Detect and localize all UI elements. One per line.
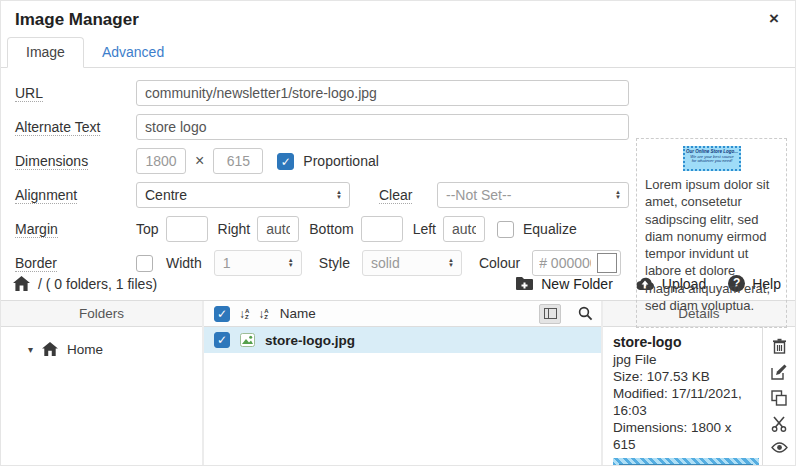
- url-label: URL: [15, 85, 43, 102]
- select-all-checkbox[interactable]: ✓: [214, 306, 230, 322]
- select-arrows-icon: ▲▼: [336, 190, 342, 200]
- details-title: store-logo: [613, 334, 756, 351]
- margin-top-input[interactable]: [166, 216, 208, 242]
- home-icon: [42, 342, 58, 356]
- border-style-label: Style: [319, 255, 350, 271]
- margin-label: Margin: [15, 221, 58, 238]
- select-arrows-icon: ▲▼: [288, 258, 294, 268]
- file-list: ✓ store-logo.jpg: [204, 327, 601, 353]
- dialog-header: Image Manager ×: [1, 1, 795, 35]
- file-row[interactable]: ✓ store-logo.jpg: [204, 327, 601, 353]
- colour-swatch[interactable]: [597, 253, 617, 273]
- alignment-row: Alignment Centre ▲▼ Clear --Not Set-- ▲▼: [15, 182, 629, 208]
- proportional-checkbox[interactable]: ✓: [277, 153, 294, 170]
- border-width-select[interactable]: 1 ▲▼: [214, 250, 302, 276]
- alignment-label: Alignment: [15, 187, 77, 204]
- toggle-details-pane-icon[interactable]: [539, 304, 561, 324]
- select-arrows-icon: ▲▼: [448, 258, 454, 268]
- border-width-label: Width: [166, 255, 202, 271]
- files-column: ✓ ↓ AZ ↓ AZ Name ✓: [204, 301, 603, 466]
- caret-down-icon[interactable]: ▾: [28, 344, 33, 355]
- height-input[interactable]: [213, 148, 263, 174]
- tab-image[interactable]: Image: [7, 37, 84, 68]
- copy-icon[interactable]: [771, 390, 787, 406]
- preview-image-thumbnail: Our Online Store Logo... We are your bes…: [683, 146, 741, 171]
- border-row: Border Width 1 ▲▼ Style solid ▲▼ Colour: [15, 250, 629, 276]
- details-modified: Modified: 17/11/2021, 16:03: [613, 385, 756, 419]
- details-type: jpg File: [613, 351, 756, 368]
- tab-bar: Image Advanced: [1, 35, 795, 68]
- files-header: ✓ ↓ AZ ↓ AZ Name: [204, 301, 601, 327]
- breadcrumb-text: / ( 0 folders, 1 files): [38, 276, 157, 292]
- dialog-title: Image Manager: [15, 10, 139, 30]
- image-manager-dialog: Image Manager × Image Advanced URL Alter…: [0, 0, 796, 466]
- clear-label: Clear: [379, 187, 412, 204]
- border-colour-input[interactable]: [533, 252, 597, 274]
- close-icon[interactable]: ×: [769, 10, 779, 28]
- sort-descending-icon[interactable]: ↓ AZ: [258, 307, 268, 321]
- file-details: store-logo jpg File Size: 107.53 KB Modi…: [603, 327, 762, 466]
- file-checkbox[interactable]: ✓: [214, 332, 230, 348]
- new-folder-icon: [515, 276, 534, 291]
- tab-advanced[interactable]: Advanced: [84, 38, 182, 67]
- url-input[interactable]: [136, 80, 629, 106]
- border-style-select[interactable]: solid ▲▼: [362, 250, 462, 276]
- border-colour-label: Colour: [479, 255, 520, 271]
- margin-bottom-input[interactable]: [361, 216, 403, 242]
- new-folder-button[interactable]: New Folder: [515, 276, 613, 292]
- dimensions-row: Dimensions × ✓ Proportional: [15, 148, 629, 174]
- home-icon: [13, 276, 30, 291]
- folder-label: Home: [67, 342, 103, 357]
- proportional-label: Proportional: [303, 153, 379, 169]
- clear-select[interactable]: --Not Set-- ▲▼: [437, 182, 629, 208]
- times-glyph: ×: [195, 152, 204, 170]
- border-checkbox[interactable]: [136, 255, 153, 272]
- margin-bottom-label: Bottom: [309, 221, 353, 237]
- margin-left-label: Left: [413, 221, 436, 237]
- preview-lorem-text: Lorem ipsum dolor sit amet, consetetur s…: [645, 176, 778, 314]
- equalize-checkbox[interactable]: [497, 221, 514, 238]
- breadcrumb[interactable]: / ( 0 folders, 1 files): [13, 276, 157, 292]
- border-label: Border: [15, 255, 57, 272]
- rename-icon[interactable]: [771, 364, 787, 380]
- url-row: URL: [15, 80, 629, 106]
- equalize-label: Equalize: [523, 221, 577, 237]
- alignment-select[interactable]: Centre ▲▼: [136, 182, 350, 208]
- sort-ascending-icon[interactable]: ↓ AZ: [239, 307, 249, 321]
- details-image-thumbnail: Our Online Store Logo... We are your bes…: [613, 458, 759, 466]
- select-arrows-icon: ▲▼: [615, 190, 621, 200]
- preview-eye-icon[interactable]: [771, 442, 788, 453]
- margin-right-label: Right: [218, 221, 251, 237]
- image-form: URL Alternate Text Dimensions × ✓ Propor…: [1, 68, 795, 267]
- border-colour-field: [532, 250, 621, 276]
- name-column-label: Name: [280, 306, 316, 321]
- folders-column: Folders ▾ Home: [1, 301, 204, 466]
- alt-text-row: Alternate Text: [15, 114, 629, 140]
- image-file-icon: [240, 333, 255, 347]
- margin-left-input[interactable]: [443, 216, 485, 242]
- cut-icon[interactable]: [771, 416, 787, 432]
- image-preview-panel: Our Online Store Logo... We are your bes…: [636, 138, 787, 328]
- folders-header: Folders: [1, 301, 202, 327]
- dimensions-label: Dimensions: [15, 153, 88, 170]
- delete-icon[interactable]: [772, 338, 787, 354]
- folder-tree-item-home[interactable]: ▾ Home: [1, 336, 202, 362]
- details-dimensions: Dimensions: 1800 x 615: [613, 419, 756, 453]
- details-size: Size: 107.53 KB: [613, 368, 756, 385]
- margin-top-label: Top: [136, 221, 159, 237]
- alt-text-input[interactable]: [136, 114, 629, 140]
- alt-text-label: Alternate Text: [15, 119, 100, 136]
- file-name: store-logo.jpg: [265, 333, 355, 348]
- margin-row: Margin Top Right Bottom Left Equalize: [15, 216, 629, 242]
- width-input[interactable]: [136, 148, 186, 174]
- margin-right-input[interactable]: [257, 216, 299, 242]
- search-icon[interactable]: [578, 306, 593, 321]
- file-actions-strip: [762, 327, 795, 466]
